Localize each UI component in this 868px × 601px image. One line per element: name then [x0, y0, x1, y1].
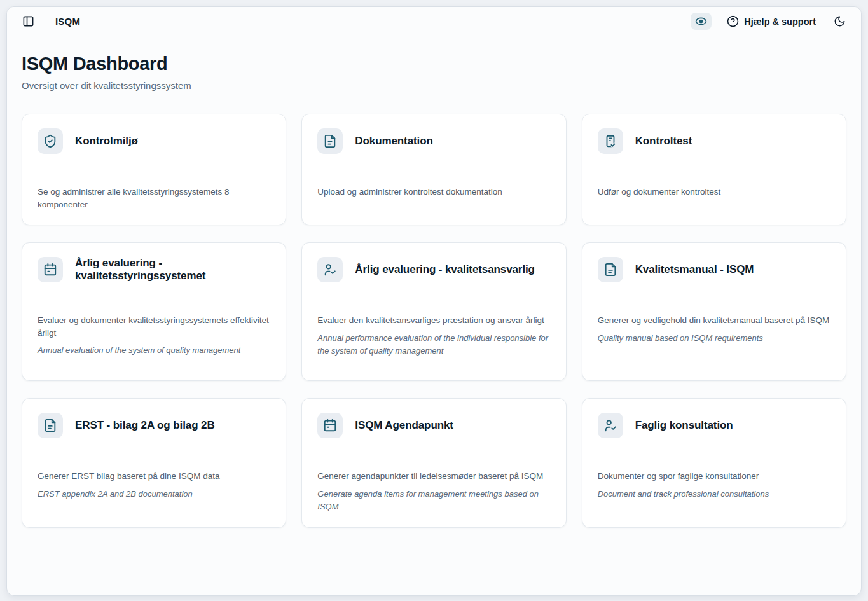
topbar-left: ISQM: [20, 13, 80, 30]
icon-box: [317, 413, 343, 438]
card-title: Årlig evaluering - kvalitetsansvarlig: [355, 263, 535, 276]
clipboard-check-icon: [603, 134, 617, 148]
card-erst-bilag[interactable]: ERST - bilag 2A og bilag 2B Generer ERST…: [22, 398, 286, 528]
card-title: ERST - bilag 2A og bilag 2B: [75, 419, 215, 432]
card-header: Årlig evaluering - kvalitetsansvarlig: [317, 257, 550, 282]
app-window: ISQM Hjælp & su: [6, 6, 862, 596]
card-note: ERST appendix 2A and 2B documentation: [38, 488, 270, 501]
file-text-icon: [323, 134, 337, 148]
card-description: Generer ERST bilag baseret på dine ISQM …: [38, 470, 270, 483]
page-title: ISQM Dashboard: [22, 53, 846, 74]
main-content: ISQM Dashboard Oversigt over dit kvalite…: [7, 36, 861, 595]
card-title: Årlig evaluering - kvalitetsstyringssyst…: [75, 257, 270, 282]
card-header: Kvalitetsmanual - ISQM: [598, 257, 830, 282]
sidebar-toggle-button[interactable]: [20, 13, 37, 30]
user-check-icon: [323, 263, 337, 277]
app-title: ISQM: [55, 16, 80, 27]
card-note: Quality manual based on ISQM requirement…: [598, 332, 830, 345]
moon-icon: [834, 15, 846, 27]
card-description: Se og administrer alle kvalitetsstyrings…: [38, 186, 270, 211]
eye-icon: [695, 15, 707, 27]
card-dokumentation[interactable]: Dokumentation Upload og administrer kont…: [301, 114, 566, 225]
card-isqm-agendapunkt[interactable]: ISQM Agendapunkt Generer agendapunkter t…: [301, 398, 566, 528]
card-header: ERST - bilag 2A og bilag 2B: [38, 413, 270, 438]
icon-box: [38, 128, 63, 154]
card-description: Upload og administrer kontroltest dokume…: [317, 186, 550, 198]
preview-toggle-button[interactable]: [691, 13, 712, 30]
card-title: Kvalitetsmanual - ISQM: [635, 263, 754, 276]
card-aarlig-evaluering-system[interactable]: Årlig evaluering - kvalitetsstyringssyst…: [22, 242, 286, 381]
card-description: Dokumenter og spor faglige konsultatione…: [598, 470, 830, 483]
card-note: Annual performance evaluation of the ind…: [317, 332, 550, 357]
topbar-divider: [46, 16, 46, 27]
card-title: Kontroltest: [635, 135, 692, 148]
help-support-button[interactable]: Hjælp & support: [723, 15, 820, 28]
icon-box: [598, 257, 623, 282]
topbar-right: Hjælp & support: [691, 13, 848, 30]
icon-box: [598, 413, 623, 438]
card-kvalitetsmanual[interactable]: Kvalitetsmanual - ISQM Generer og vedlig…: [582, 242, 846, 381]
shield-check-icon: [43, 134, 57, 148]
icon-box: [38, 413, 63, 438]
card-note: Annual evaluation of the system of quali…: [38, 344, 270, 357]
panel-left-icon: [22, 15, 34, 27]
file-text-icon: [43, 418, 57, 432]
card-header: Faglig konsultation: [598, 413, 830, 438]
help-circle-icon: [727, 15, 739, 27]
user-check-icon: [603, 418, 617, 432]
card-title: Dokumentation: [355, 135, 432, 148]
card-note: Document and track professional consulta…: [598, 488, 830, 501]
card-note: Generate agenda items for management mee…: [317, 488, 550, 513]
topbar: ISQM Hjælp & su: [7, 7, 861, 36]
card-header: Dokumentation: [317, 128, 550, 154]
icon-box: [598, 128, 623, 154]
card-header: Kontroltest: [598, 128, 830, 154]
dark-mode-toggle-button[interactable]: [831, 13, 848, 30]
icon-box: [317, 128, 343, 154]
icon-box: [317, 257, 343, 282]
card-faglig-konsultation[interactable]: Faglig konsultation Dokumenter og spor f…: [582, 398, 846, 528]
card-description: Udfør og dokumenter kontroltest: [598, 186, 830, 198]
icon-box: [38, 257, 63, 282]
card-header: Kontrolmiljø: [38, 128, 270, 154]
file-text-icon: [603, 263, 617, 277]
calendar-icon: [323, 418, 337, 432]
card-description: Evaluer den kvalitetsansvarliges præstat…: [317, 314, 550, 327]
help-support-label: Hjælp & support: [744, 17, 816, 27]
card-kontrolmiljo[interactable]: Kontrolmiljø Se og administrer alle kval…: [22, 114, 286, 225]
card-title: ISQM Agendapunkt: [355, 419, 453, 432]
card-description: Generer og vedligehold din kvalitetsmanu…: [598, 314, 830, 327]
card-kontroltest[interactable]: Kontroltest Udfør og dokumenter kontrolt…: [582, 114, 846, 225]
card-description: Generer agendapunkter til ledelsesmøder …: [317, 470, 550, 483]
card-description: Evaluer og dokumenter kvalitetsstyringss…: [38, 314, 270, 339]
card-header: ISQM Agendapunkt: [317, 413, 550, 438]
dashboard-cards-grid: Kontrolmiljø Se og administrer alle kval…: [22, 114, 846, 528]
card-aarlig-evaluering-ansvarlig[interactable]: Årlig evaluering - kvalitetsansvarlig Ev…: [301, 242, 566, 381]
page-subtitle: Oversigt over dit kvalitetsstyringssyste…: [22, 80, 846, 91]
calendar-icon: [43, 263, 57, 277]
card-title: Kontrolmiljø: [75, 135, 138, 148]
card-title: Faglig konsultation: [635, 419, 733, 432]
card-header: Årlig evaluering - kvalitetsstyringssyst…: [38, 257, 270, 282]
